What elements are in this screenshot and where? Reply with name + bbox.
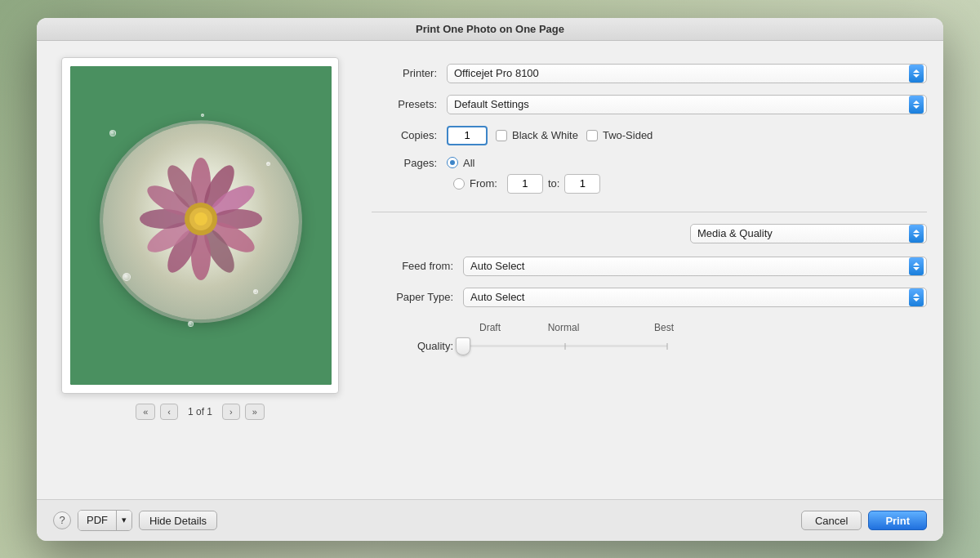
pages-from-input[interactable] (507, 174, 543, 194)
presets-control-group: Default SettingsLast Used SettingsSave C… (447, 95, 927, 114)
black-white-checkbox-group: Black & White (496, 129, 578, 141)
pages-all-option[interactable]: All (447, 157, 474, 169)
separator (372, 212, 927, 212)
cancel-button[interactable]: Cancel (801, 511, 862, 530)
help-button[interactable]: ? (53, 511, 71, 529)
pdf-button-group: PDF ▾ (78, 510, 132, 531)
dialog-body: « ‹ 1 of 1 › » Printer: Officejet Pro 81… (37, 41, 943, 499)
pages-section: Pages: All From: (372, 157, 927, 194)
paper-type-select[interactable]: Auto SelectPlain PaperHP Advanced Photo … (463, 288, 927, 307)
pages-to-input[interactable] (564, 174, 600, 194)
black-white-label: Black & White (512, 129, 578, 141)
to-separator: to: (548, 177, 559, 190)
photo-bubbles (70, 66, 332, 385)
title-bar: Print One Photo on One Page (37, 18, 943, 41)
print-dialog: Print One Photo on One Page (37, 18, 943, 541)
quality-section: Draft Normal Best Quality: (372, 322, 927, 356)
first-page-button[interactable]: « (136, 404, 155, 420)
feed-from-label: Feed from: (372, 260, 453, 272)
quality-labels: Draft Normal Best (372, 322, 927, 333)
preview-panel: « ‹ 1 of 1 › » (53, 57, 347, 483)
page-indicator: 1 of 1 (183, 406, 217, 417)
best-label: Best (600, 322, 674, 333)
quality-slider-wrapper (463, 337, 667, 356)
pdf-button[interactable]: PDF (78, 511, 116, 530)
section-select-wrapper: Media & Quality (690, 224, 927, 243)
from-to-row: From: to: (453, 174, 927, 194)
printer-control-group: Officejet Pro 8100Add Printer... (447, 64, 927, 83)
section-dropdown-row: Media & Quality (372, 224, 927, 243)
pages-all-radio[interactable] (447, 157, 458, 168)
bottom-bar: ? PDF ▾ Hide Details Cancel Print (37, 499, 943, 541)
pages-from-option[interactable]: From: (453, 177, 497, 190)
photo-preview-wrapper (61, 57, 339, 394)
black-white-checkbox[interactable] (496, 130, 507, 141)
next-page-button[interactable]: › (222, 404, 240, 420)
bubble (188, 321, 194, 327)
presets-row: Presets: Default SettingsLast Used Setti… (372, 95, 927, 114)
page-controls: « ‹ 1 of 1 › » (136, 404, 265, 420)
pages-label: Pages: (372, 157, 437, 169)
prev-page-button[interactable]: ‹ (160, 404, 178, 420)
paper-type-label: Paper Type: (372, 291, 453, 303)
printer-label: Printer: (372, 67, 437, 79)
pages-control-group: All (447, 157, 927, 169)
quality-row: Quality: (372, 337, 927, 356)
presets-select-wrapper: Default SettingsLast Used SettingsSave C… (447, 95, 927, 114)
normal-label: Normal (527, 322, 600, 333)
presets-label: Presets: (372, 98, 437, 110)
pages-from-radio[interactable] (453, 178, 465, 190)
copies-row: Copies: Black & White Two-Sided (372, 126, 927, 145)
hide-details-button[interactable]: Hide Details (139, 511, 217, 530)
bubble (201, 114, 204, 117)
quality-label: Quality: (372, 340, 453, 352)
photo-preview (70, 66, 332, 385)
printer-select[interactable]: Officejet Pro 8100Add Printer... (447, 64, 927, 83)
printer-select-wrapper: Officejet Pro 8100Add Printer... (447, 64, 927, 83)
dialog-title: Print One Photo on One Page (416, 23, 564, 35)
bubble (266, 162, 270, 166)
paper-type-select-wrapper: Auto SelectPlain PaperHP Advanced Photo … (463, 288, 927, 307)
section-select[interactable]: Media & Quality (690, 224, 927, 243)
bubble (109, 130, 116, 136)
draft-label: Draft (453, 322, 527, 333)
two-sided-label: Two-Sided (603, 129, 653, 141)
copies-label: Copies: (372, 129, 437, 141)
feed-from-select[interactable]: Auto SelectTray 1Tray 2 (463, 257, 927, 276)
paper-type-row: Paper Type: Auto SelectPlain PaperHP Adv… (372, 288, 927, 307)
feed-from-row: Feed from: Auto SelectTray 1Tray 2 (372, 257, 927, 276)
last-page-button[interactable]: » (245, 404, 265, 420)
bubble (253, 289, 258, 294)
feed-from-select-wrapper: Auto SelectTray 1Tray 2 (463, 257, 927, 276)
pages-all-label: All (463, 157, 474, 169)
two-sided-checkbox-group: Two-Sided (586, 129, 653, 141)
pages-from-label: From: (470, 177, 497, 190)
presets-select[interactable]: Default SettingsLast Used SettingsSave C… (447, 95, 927, 114)
controls-panel: Printer: Officejet Pro 8100Add Printer..… (372, 57, 927, 483)
two-sided-checkbox[interactable] (586, 130, 598, 141)
copies-input[interactable] (447, 126, 488, 145)
pages-row: Pages: All (372, 157, 927, 169)
printer-row: Printer: Officejet Pro 8100Add Printer..… (372, 64, 927, 83)
pdf-dropdown-button[interactable]: ▾ (116, 511, 131, 530)
copies-control-group: Black & White Two-Sided (447, 126, 927, 145)
print-button[interactable]: Print (868, 511, 927, 530)
bubble (122, 273, 131, 281)
